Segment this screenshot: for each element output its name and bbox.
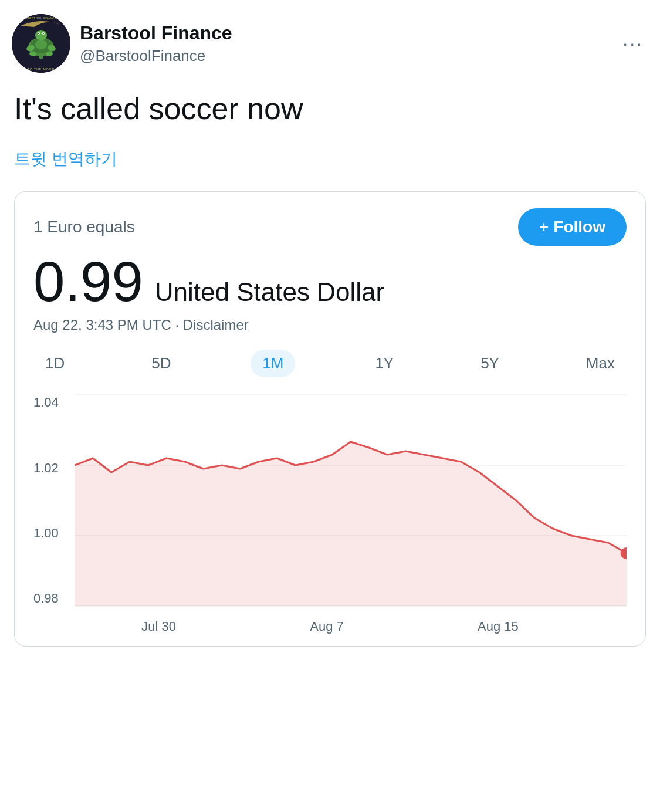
svg-point-8 xyxy=(43,33,44,34)
card-inner: 1 Euro equals + Follow 0.99 United State… xyxy=(15,192,645,647)
tab-1d[interactable]: 1D xyxy=(38,350,72,377)
svg-point-4 xyxy=(35,30,47,40)
x-label-aug15: Aug 15 xyxy=(478,619,519,634)
account-name[interactable]: Barstool Finance xyxy=(80,22,232,44)
tweet-text: It's called soccer now xyxy=(12,89,648,129)
tweet-header-left: TO THE MOON BARSTOOL FINANCE Barstool Fi… xyxy=(12,14,232,73)
tab-5y[interactable]: 5Y xyxy=(473,350,506,377)
y-axis-labels: 1.04 1.02 1.00 0.98 xyxy=(33,389,69,612)
rate-row: 0.99 United States Dollar xyxy=(33,251,627,313)
y-label-1: 1.04 xyxy=(33,395,69,410)
x-label-jul30: Jul 30 xyxy=(141,619,176,634)
tweet-header: TO THE MOON BARSTOOL FINANCE Barstool Fi… xyxy=(12,14,648,73)
avatar[interactable]: TO THE MOON BARSTOOL FINANCE xyxy=(12,14,70,73)
rate-value: 0.99 xyxy=(33,251,143,313)
svg-text:BARSTOOL FINANCE: BARSTOOL FINANCE xyxy=(25,17,56,20)
tab-max[interactable]: Max xyxy=(579,350,622,377)
translate-link[interactable]: 트윗 번역하기 xyxy=(12,148,648,170)
tab-1y[interactable]: 1Y xyxy=(368,350,401,377)
more-options-icon[interactable]: ··· xyxy=(618,28,648,59)
svg-point-13 xyxy=(39,53,43,59)
euro-equals-label: 1 Euro equals xyxy=(33,218,135,236)
rate-timestamp: Aug 22, 3:43 PM UTC · Disclaimer xyxy=(33,317,627,333)
card-top-row: 1 Euro equals + Follow xyxy=(33,208,627,246)
tab-5d[interactable]: 5D xyxy=(144,350,178,377)
y-label-4: 0.98 xyxy=(33,591,69,606)
svg-text:TO THE MOON: TO THE MOON xyxy=(28,67,55,71)
account-handle[interactable]: @BarstoolFinance xyxy=(80,47,232,65)
y-label-2: 1.02 xyxy=(33,461,69,476)
svg-point-3 xyxy=(35,40,47,49)
time-tabs: 1D 5D 1M 1Y 5Y Max xyxy=(33,350,627,377)
chart-svg-container xyxy=(75,389,627,612)
x-axis-labels: Jul 30 Aug 7 Aug 15 xyxy=(33,612,627,634)
x-label-aug7: Aug 7 xyxy=(310,619,344,634)
chart-area: 1.04 1.02 1.00 0.98 xyxy=(33,389,627,634)
chart-wrapper: 1.04 1.02 1.00 0.98 xyxy=(33,389,627,612)
y-label-3: 1.00 xyxy=(33,526,69,541)
follow-plus-icon: + xyxy=(539,218,549,236)
follow-button[interactable]: + Follow xyxy=(518,208,627,246)
tweet-container: TO THE MOON BARSTOOL FINANCE Barstool Fi… xyxy=(0,0,660,647)
tab-1m[interactable]: 1M xyxy=(251,350,295,377)
rate-currency: United States Dollar xyxy=(155,278,384,307)
follow-label: Follow xyxy=(553,218,605,236)
svg-point-7 xyxy=(38,33,39,34)
finance-card: 1 Euro equals + Follow 0.99 United State… xyxy=(14,191,646,647)
account-info: Barstool Finance @BarstoolFinance xyxy=(80,22,232,65)
